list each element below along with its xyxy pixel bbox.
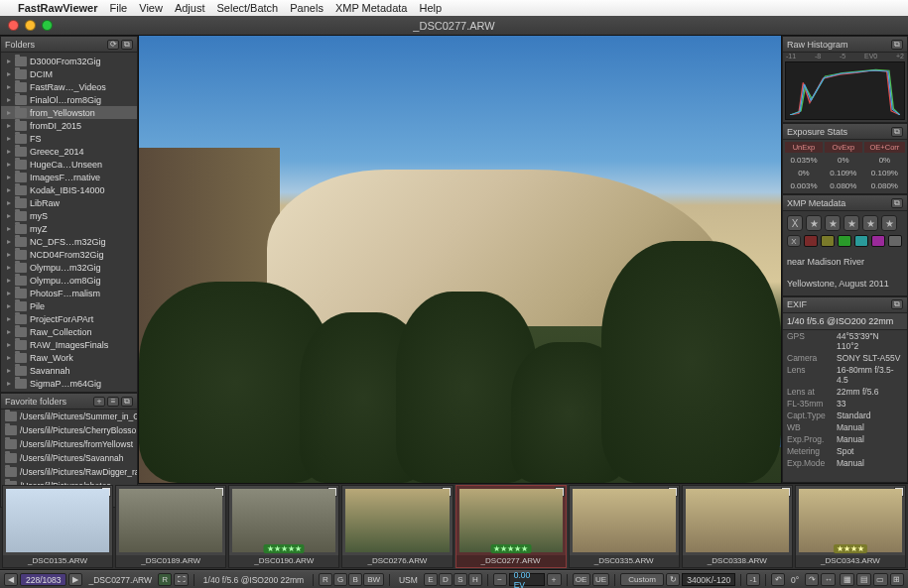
folder-item[interactable]: ▸ProjectForAPArt xyxy=(1,312,137,325)
folder-item[interactable]: ▸PhotosF…malism xyxy=(1,287,137,299)
thumbnail[interactable]: ✓_DSC0135.ARW xyxy=(2,485,113,568)
menu-xmp[interactable]: XMP Metadata xyxy=(335,2,408,14)
folder-item[interactable]: ▸NC_DFS…m32Gig xyxy=(1,235,137,248)
window-close-button[interactable] xyxy=(8,20,19,31)
xmp-color-swatch[interactable] xyxy=(888,235,902,247)
flip-button[interactable]: ↔ xyxy=(821,573,836,586)
favorite-item[interactable]: /Users/il/Pictures/CherryBlosso xyxy=(1,423,137,437)
folder-tree[interactable]: ▸D3000From32Gig▸DCIM▸FastRaw…_Videos▸Fin… xyxy=(1,53,137,392)
folder-item[interactable]: ▸Raw_Work xyxy=(1,351,137,364)
wb-mode-select[interactable]: Custom xyxy=(620,573,664,586)
folder-item[interactable]: ▸Pile xyxy=(1,299,137,312)
folder-item[interactable]: ▸Olympu…m32Gig xyxy=(1,261,137,274)
nav-next-button[interactable]: ▶ xyxy=(68,573,82,586)
xmp-color-swatch[interactable] xyxy=(821,235,835,247)
contrast-value[interactable]: -1 xyxy=(746,573,760,586)
image-viewer[interactable] xyxy=(139,36,781,483)
thumbnail[interactable]: ✓_DSC0189.ARW xyxy=(115,485,226,568)
folder-item[interactable]: ▸SigmaP…m64Gig xyxy=(1,377,137,390)
raw-mode-badge[interactable]: R xyxy=(158,573,172,586)
favorite-item[interactable]: /Users/il/Pictures/fromYellowst xyxy=(1,437,137,451)
xmp-clear-rating[interactable]: X xyxy=(787,215,803,231)
app-menu[interactable]: FastRawViewer xyxy=(18,2,98,14)
favorite-item[interactable]: /Users/il/Pictures/RawDigger_ra xyxy=(1,465,137,479)
thumbnail[interactable]: ✓★★★★★_DSC0190.ARW xyxy=(228,485,339,568)
filmstrip[interactable]: ✓_DSC0135.ARW✓_DSC0189.ARW✓★★★★★_DSC0190… xyxy=(0,483,908,570)
histogram-tool[interactable]: ⧉ xyxy=(891,40,903,50)
channel-b[interactable]: B xyxy=(348,573,362,586)
folder-item[interactable]: ▸myZ xyxy=(1,222,137,235)
folder-item[interactable]: ▸ImagesF…rnative xyxy=(1,171,137,183)
thumbnail[interactable]: ✓★★★★★_DSC0277.ARW xyxy=(455,485,567,568)
folder-item[interactable]: ▸FS xyxy=(1,132,137,145)
rotate-cw[interactable]: ↷ xyxy=(805,573,819,586)
folder-item[interactable]: ▸DCIM xyxy=(1,67,137,80)
ev-minus[interactable]: − xyxy=(493,573,507,586)
window-zoom-button[interactable] xyxy=(42,20,53,31)
thumbnail[interactable]: ✓_DSC0276.ARW xyxy=(341,485,453,568)
channel-g[interactable]: G xyxy=(333,573,347,586)
menu-select-batch[interactable]: Select/Batch xyxy=(216,2,278,14)
thumbnail[interactable]: ✓★★★★_DSC0343.ARW xyxy=(795,485,906,568)
folder-item[interactable]: ▸Raw_Collection xyxy=(1,325,137,338)
xmp-star-1[interactable]: ★ xyxy=(806,215,822,231)
xmp-star-2[interactable]: ★ xyxy=(825,215,841,231)
xmp-clear-label[interactable]: X xyxy=(787,235,801,247)
favorites-tool-1[interactable]: ＋ xyxy=(93,397,105,407)
folder-item[interactable]: ▸Greece_2014 xyxy=(1,145,137,158)
folder-item[interactable]: ▸myS xyxy=(1,209,137,222)
folder-item[interactable]: ▸RAW_ImagesFinals xyxy=(1,338,137,351)
stats-header[interactable]: Exposure Stats ⧉ xyxy=(783,124,907,140)
stats-tool[interactable]: ⧉ xyxy=(891,127,903,137)
wb-refresh[interactable]: ↻ xyxy=(666,573,680,586)
folder-item[interactable]: ▸from_Yellowston xyxy=(1,106,137,119)
exif-header[interactable]: EXIF ⧉ xyxy=(783,297,907,313)
ue-button[interactable]: UE xyxy=(592,573,610,586)
window-minimize-button[interactable] xyxy=(25,20,36,31)
xmp-color-swatch[interactable] xyxy=(838,235,851,247)
rotate-ccw[interactable]: ↶ xyxy=(771,573,785,586)
favorite-item[interactable]: /Users/il/Pictures/Summer_in_G xyxy=(1,410,137,423)
xmp-star-5[interactable]: ★ xyxy=(881,215,897,231)
folder-item[interactable]: ▸Kodak_IBIS-14000 xyxy=(1,183,137,196)
menu-view[interactable]: View xyxy=(139,2,163,14)
folders-tool-1[interactable]: ⟳ xyxy=(107,40,119,50)
folder-item[interactable]: ▸Olympu…om8Gig xyxy=(1,274,137,287)
folder-item[interactable]: ▸LibRaw xyxy=(1,196,137,209)
favorites-tool-2[interactable]: ≡ xyxy=(107,397,119,407)
xmp-color-swatch[interactable] xyxy=(854,235,868,247)
menu-adjust[interactable]: Adjust xyxy=(175,2,205,14)
oe-button[interactable]: OE xyxy=(573,573,590,586)
favorite-item[interactable]: /Users/il/Pictures/Savannah xyxy=(1,451,137,465)
channel-bw[interactable]: BW xyxy=(363,573,384,586)
xmp-header[interactable]: XMP Metadata ⧉ xyxy=(783,195,907,211)
favorites-header[interactable]: Favorite folders ＋ ≡ ⧉ xyxy=(1,394,137,410)
ev-plus[interactable]: ＋ xyxy=(547,573,562,586)
folder-item[interactable]: ▸Savannah xyxy=(1,364,137,377)
fullscreen-button[interactable]: ⛶ xyxy=(174,573,189,586)
xmp-star-3[interactable]: ★ xyxy=(843,215,859,231)
xmp-color-swatch[interactable] xyxy=(804,235,818,247)
xmp-tool[interactable]: ⧉ xyxy=(891,198,903,208)
folder-item[interactable]: ▸FastRaw…_Videos xyxy=(1,80,137,93)
folder-item[interactable]: ▸NCD04From32Gig xyxy=(1,248,137,261)
folder-item[interactable]: ▸FinalOl…rom8Gig xyxy=(1,93,137,106)
folder-item[interactable]: ▸HugeCa…Unseen xyxy=(1,158,137,171)
folder-item[interactable]: ▸D3000From32Gig xyxy=(1,55,137,67)
layout-1[interactable]: ▦ xyxy=(840,573,854,586)
layout-3[interactable]: ▭ xyxy=(873,573,888,586)
nav-prev-button[interactable]: ◀ xyxy=(4,573,18,586)
xmp-color-swatch[interactable] xyxy=(871,235,885,247)
xmp-star-4[interactable]: ★ xyxy=(862,215,878,231)
layout-2[interactable]: ▤ xyxy=(856,573,871,586)
folder-item[interactable]: ▸fromDI_2015 xyxy=(1,119,137,132)
channel-r[interactable]: R xyxy=(319,573,332,586)
folders-header[interactable]: Folders ⟳ ⧉ xyxy=(1,37,137,53)
thumbnail[interactable]: ✓_DSC0338.ARW xyxy=(682,485,793,568)
favorites-tool-3[interactable]: ⧉ xyxy=(121,397,133,407)
usm-d[interactable]: D xyxy=(439,573,453,586)
usm-e[interactable]: E xyxy=(424,573,438,586)
folders-tool-2[interactable]: ⧉ xyxy=(121,40,133,50)
usm-h[interactable]: H xyxy=(468,573,482,586)
menu-file[interactable]: File xyxy=(110,2,128,14)
